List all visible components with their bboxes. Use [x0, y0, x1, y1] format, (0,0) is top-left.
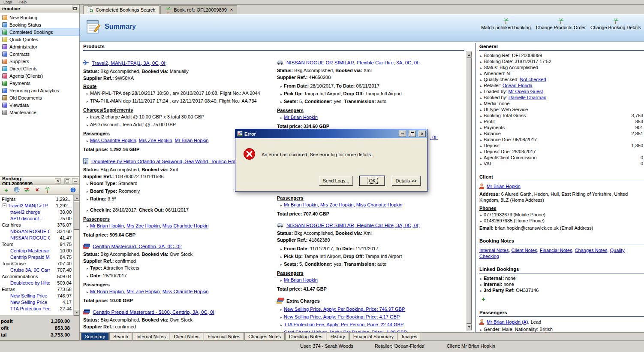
web-booking-button[interactable] [13, 186, 20, 194]
sidebar-item-reporting-and-analytics[interactable]: Reporting and Analytics [0, 87, 79, 94]
inline-link[interactable]: Danielle Charman [509, 95, 546, 100]
delete-booking-button[interactable]: × [33, 186, 41, 194]
product-title-link[interactable]: NISSAN ROGUE OR SIMILAR, Flexible Car Hi… [286, 223, 420, 228]
match-unlinked-booking-button[interactable]: Match unlinked booking [478, 17, 533, 31]
passenger-link[interactable]: Miss Charlotte Hopkin [163, 223, 209, 228]
sidebar-item-booking-status[interactable]: Booking Status [0, 21, 79, 28]
minimize-panel-button[interactable] [72, 178, 78, 184]
maximize-button[interactable] [409, 130, 416, 137]
add-product-button[interactable]: + [3, 186, 10, 194]
tree-row[interactable]: NISSAN ROGUE OR41.47 [1, 234, 73, 241]
tree-row[interactable]: Extras773.58 [1, 286, 73, 292]
products-scroll-thumb[interactable] [466, 58, 472, 324]
passenger-link[interactable]: Miss Charlotte Hopkin [356, 202, 403, 207]
close-panel-button[interactable]: × [55, 178, 61, 184]
tree-scroll-down-button[interactable] [74, 310, 79, 316]
passenger-link[interactable]: Miss Charlotte Hopkin [163, 289, 209, 294]
booking-notes-link[interactable]: Financial Notes [540, 248, 572, 253]
tree-row[interactable]: Doubletree by Hilto509.04 [1, 279, 73, 286]
ok-button[interactable]: OK [360, 176, 385, 185]
send-logs-button[interactable]: Send Logs... [319, 176, 353, 185]
change-products-order-button[interactable]: Change Products Order [533, 17, 588, 31]
tree-row[interactable]: Flights1,292... [1, 196, 73, 202]
passenger-link[interactable]: Mr Brian Hopkin [90, 223, 124, 228]
view-tab-checking-notes[interactable]: Checking Notes [285, 333, 326, 340]
tree-row[interactable]: travel2 charge30.00 [1, 209, 73, 215]
float-panel-button[interactable] [64, 178, 70, 184]
extra-charge-link[interactable]: TTA Protection Fee, Apply: Per Person, P… [284, 322, 403, 327]
collapse-node-icon[interactable]: − [3, 203, 6, 207]
sidebar-item-agents-clients[interactable]: Agents (Clients) [0, 72, 79, 79]
passenger-link[interactable]: Miss Charlotte Hopkin [90, 138, 136, 143]
change-booking-details-button[interactable]: Change Booking Details [588, 17, 643, 31]
sidebar-item-new-booking[interactable]: New Booking [0, 14, 79, 21]
tree-row[interactable]: Tour/Cruise707.40 [1, 260, 73, 267]
sidebar-item-old-documents[interactable]: Old Documents [0, 94, 79, 101]
passenger-name-link[interactable]: Mr Brian Hopkin (A) [487, 319, 528, 325]
sidebar-item-contracts[interactable]: Contracts [0, 50, 79, 58]
tree-row[interactable]: New Selling Price4.17 [1, 299, 73, 305]
tree-row[interactable]: APD discount --75.00 [1, 215, 73, 222]
menu-item-help[interactable]: Help [19, 0, 27, 4]
sidebar-item-payments[interactable]: Payments [0, 79, 79, 87]
passenger-link[interactable]: Mrs Zoe Hopkin [139, 138, 172, 143]
inline-link[interactable]: Mr Ocean Guest [509, 89, 543, 94]
passenger-link[interactable]: Mr Brian Hopkin [284, 202, 318, 207]
view-tab-history[interactable]: History [327, 333, 349, 340]
sidebar-item-completed-bookings[interactable]: Completed Bookings [0, 28, 79, 36]
holiday-button[interactable] [44, 186, 51, 194]
passenger-link[interactable]: Mrs Zoe Hopkin [320, 202, 354, 207]
tree-row[interactable]: NISSAN ROGUE OR334.60 [1, 228, 73, 234]
products-scroll-down-button[interactable] [466, 324, 472, 330]
passenger-link[interactable]: Mrs Zoe Hopkin [126, 223, 160, 228]
tree-row[interactable]: Tours94.75 [1, 241, 73, 247]
tree-row[interactable]: TTA Protection Fee22.44 [1, 305, 73, 312]
inline-link[interactable]: Ocean-Florida [503, 83, 533, 88]
tab-completed-bookings-search[interactable]: Completed Bookings Search [83, 5, 159, 14]
sidebar-item-maintenance[interactable]: Maintenance [0, 109, 79, 116]
sidebar-item-viewdata[interactable]: Viewdata [0, 101, 79, 109]
view-tab-financial-notes[interactable]: Financial Notes [204, 333, 244, 340]
view-tab-images[interactable]: Images [398, 333, 421, 340]
minimize-button[interactable] [399, 130, 406, 137]
passenger-link[interactable]: Mr Brian Hopkin [284, 277, 318, 282]
view-tab-changes-notes[interactable]: Changes Notes [244, 333, 285, 340]
product-title-link[interactable]: Centtrip Prepaid Mastercard - $100, Cent… [93, 310, 216, 315]
view-tab-summary[interactable]: Summary [81, 333, 109, 340]
view-tab-search[interactable]: Search [109, 333, 132, 340]
passenger-link[interactable]: Mrs Zoe Hopkin [126, 289, 160, 294]
tree-row[interactable]: Centtrip Prepaid Ma84.75 [1, 254, 73, 260]
tree-row[interactable]: Car hires376.07 [1, 222, 73, 228]
inline-link[interactable]: Not checked [520, 77, 546, 82]
booking-notes-link[interactable]: Internal Notes [479, 248, 509, 253]
error-dialog-titlebar[interactable]: Error × [235, 129, 427, 138]
payments-exchange-button[interactable] [23, 186, 30, 194]
extra-charge-link[interactable]: New Selling Price, Apply: Per Booking, P… [284, 314, 400, 319]
view-tab-internal-notes[interactable]: Internal Notes [132, 333, 169, 340]
products-scroll-up-button[interactable] [466, 52, 472, 58]
product-title-link[interactable]: , 0I; [430, 135, 438, 140]
product-title-link[interactable]: Travel2, MAN|1-TPA|1, 3A, 0C, 0I; [92, 61, 167, 66]
tree-scrollbar[interactable] [73, 195, 79, 316]
product-title-link[interactable]: NISSAN ROGUE OR SIMILAR, Flexible Car Hi… [286, 60, 420, 65]
client-name-link[interactable]: Mr Brian Hopkin [487, 184, 521, 189]
booking-notes-link[interactable]: Changes Notes [575, 248, 608, 253]
tree-scroll-thumb[interactable] [74, 201, 79, 230]
products-scrollbar[interactable] [466, 51, 472, 331]
view-tab-client-notes[interactable]: Client Notes [170, 333, 203, 340]
sidebar-item-suppliers[interactable]: Suppliers [0, 58, 79, 65]
sidebar-item-administrator[interactable]: Administrator [0, 43, 79, 50]
sidebar-item-quick-quotes[interactable]: Quick Quotes [0, 36, 79, 43]
tree-row[interactable]: Centtrip Mastercar10.00 [1, 247, 73, 254]
close-tab-icon[interactable]: × [230, 7, 233, 12]
tree-row[interactable]: Accommodations509.04 [1, 273, 73, 279]
tab-book-ref-ofl20009899[interactable]: Book. ref.: OFL20009899× [160, 5, 237, 14]
add-linked-booking-button[interactable]: + [479, 294, 488, 303]
tree-row[interactable]: New Selling Price746.97 [1, 292, 73, 299]
tree-scroll-up-button[interactable] [74, 195, 79, 201]
collapse-panel-button[interactable] [72, 6, 78, 11]
details-button[interactable]: Details >> [391, 176, 421, 185]
tree-row[interactable]: Cruise 3A, 0C Carr707.40 [1, 267, 73, 273]
menu-item-logs[interactable]: Logs [3, 0, 12, 4]
view-tab-financial-summary[interactable]: Financial Summary [349, 333, 397, 340]
